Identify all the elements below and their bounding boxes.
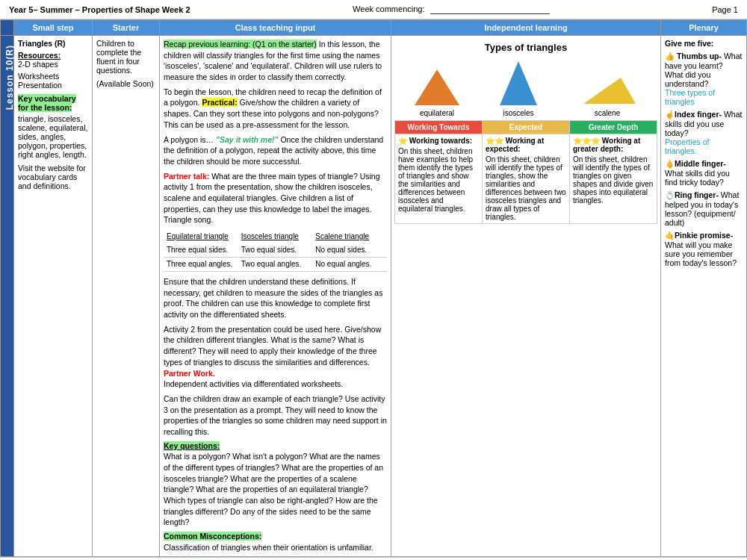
plenary-index: ☝Index finger- What skills did you use t…: [665, 110, 743, 155]
visit-text: Visit the website for vocabulary cards a…: [18, 164, 88, 190]
working-towards-content: ⭐ Working towards: On this sheet, childr…: [395, 134, 483, 224]
small-step-cell: Triangles (R) Resources: 2-D shapes Work…: [14, 36, 93, 557]
tri-row2-col3: No equal angles.: [312, 258, 387, 272]
isosceles-label: isosceles: [503, 109, 533, 117]
lesson-label-cell: Lesson 10(R): [1, 36, 14, 557]
lesson-label-header: [1, 20, 14, 36]
misconceptions-section: Common Misconceptions: Classification of…: [164, 531, 387, 553]
triangles-heading: Triangles (R): [18, 39, 88, 48]
draw-para: Can the children draw an example of each…: [164, 393, 387, 438]
worksheets-section: Worksheets Presentation: [18, 72, 88, 90]
svg-marker-0: [415, 69, 459, 105]
tri-row1-col3: No equal sides.: [312, 243, 387, 258]
greater-depth-content: ⭐⭐⭐ Working at greater depth: On this sh…: [570, 134, 657, 224]
page-title: Year 5– Summer – Properties of Shape Wee…: [9, 5, 190, 14]
svg-marker-2: [583, 78, 636, 104]
svg-marker-1: [500, 61, 537, 105]
col-header-independent: Independent learning: [391, 20, 661, 36]
main-table: Small step Starter Class teaching input …: [0, 19, 747, 557]
week-label: Week commencing:: [190, 4, 713, 14]
lesson-label: Lesson 10(R): [4, 39, 15, 116]
working-towards-header: Working Towards: [395, 121, 483, 134]
types-heading: Types of triangles: [394, 42, 657, 53]
partner-work: Partner Work.: [164, 369, 215, 378]
tri-header-1: Equilateral triangle: [164, 230, 238, 243]
expected-stars: ⭐⭐ Working at expected:: [486, 137, 566, 153]
working-stars: ⭐ Working towards:: [398, 137, 479, 145]
practical-label: Practical:: [202, 98, 237, 107]
activity2-para: Activity 2 from the presentation could b…: [164, 324, 387, 390]
equilateral-triangle-item: equilateral: [413, 66, 462, 117]
scalene-triangle-item: scalene: [576, 74, 639, 117]
plenary-thumb: 👍 Thumbs up- What have you learnt? What …: [665, 52, 743, 106]
tri-row1-col1: Three equal sides.: [164, 243, 238, 258]
plenary-middle: 🖕Middle finger- What skills did you find…: [665, 159, 743, 187]
triangle-type-table: Equilateral triangle Isosceles triangle …: [164, 230, 387, 272]
para3: A polygon is… "Say it with me!" Once the…: [164, 134, 387, 167]
available-soon: (Available Soon): [96, 79, 155, 88]
page-wrapper: Year 5– Summer – Properties of Shape Wee…: [0, 0, 747, 560]
class-teaching-cell: Recap previous learning: (Q1 on the star…: [160, 36, 391, 557]
isosceles-triangle-item: isosceles: [498, 59, 539, 117]
recap-para: Recap previous learning: (Q1 on the star…: [164, 39, 387, 83]
page-number: Page 1: [712, 5, 738, 14]
plenary-thumb-link: Three types of triangles: [665, 88, 715, 106]
resources-section: Resources: 2-D shapes: [18, 51, 88, 69]
page-footer: www.masterthecurriculum.co.uk Master The…: [0, 557, 747, 561]
tri-row2-col1: Three equal angles.: [164, 258, 238, 272]
key-questions-section: Key questions: What is a polygon? What i…: [164, 441, 387, 529]
equilateral-svg: [413, 66, 462, 108]
ensure-para: Ensure that the children understand thes…: [164, 276, 387, 320]
scalene-svg: [576, 74, 639, 108]
say-with-me: "Say it with me!": [216, 135, 278, 144]
key-questions-label: Key questions:: [164, 441, 220, 450]
tri-header-2: Isosceles triangle: [238, 230, 313, 243]
scalene-label: scalene: [595, 109, 620, 117]
partner-talk-para: Partner talk: What are the three main ty…: [164, 171, 387, 225]
working-text: On this sheet, children have examples to…: [398, 147, 479, 213]
equilateral-label: equilateral: [420, 109, 454, 117]
col-header-small-step: Small step: [14, 20, 93, 36]
vocab-text: triangle, isosceles, scalene, equilatera…: [18, 114, 88, 159]
plenary-cell: Give me five: 👍 Thumbs up- What have you…: [661, 36, 747, 557]
starter-cell: Children to complete the fluent in four …: [93, 36, 160, 557]
greater-depth-header: Greater Depth: [570, 121, 657, 134]
plenary-ring: 💍Ring finger- What helped you in today's…: [665, 190, 743, 227]
key-vocab-section: Key vocabulary for the lesson:: [18, 94, 88, 112]
independent-sub-table: Working Towards Expected Greater Depth: [394, 120, 657, 224]
col-header-starter: Starter: [93, 20, 160, 36]
recap-highlight: Recap previous learning: (Q1 on the star…: [164, 40, 317, 49]
page-header: Year 5– Summer – Properties of Shape Wee…: [0, 0, 747, 19]
independent-learning-cell: Types of triangles equilateral: [391, 36, 661, 557]
partner-label: Partner talk:: [164, 172, 209, 181]
plenary-index-link: Properties of triangles.: [665, 137, 710, 155]
col-header-plenary: Plenary: [661, 20, 747, 36]
tri-row2-col2: Two equal angles.: [238, 258, 313, 272]
greater-stars: ⭐⭐⭐ Working at greater depth:: [573, 137, 654, 153]
triangles-visual: equilateral isosceles scal: [394, 59, 657, 117]
isosceles-svg: [498, 59, 539, 108]
plenary-intro: Give me five:: [665, 39, 743, 48]
expected-text: On this sheet, children will identify th…: [486, 155, 566, 221]
tri-row1-col2: Two equal sides.: [238, 243, 313, 258]
para2: To begin the lesson, the children need t…: [164, 87, 387, 131]
greater-text: On this sheet, children will identify th…: [573, 155, 654, 205]
expected-content: ⭐⭐ Working at expected: On this sheet, c…: [483, 134, 570, 224]
plenary-pinkie: 🤙Pinkie promise- What will you make sure…: [665, 231, 743, 267]
expected-header: Expected: [483, 121, 570, 134]
misconceptions-label: Common Misconceptions:: [164, 532, 261, 541]
week-line: [430, 4, 550, 14]
col-header-class-teaching: Class teaching input: [160, 20, 391, 36]
tri-header-3: Scalene triangle: [312, 230, 387, 243]
